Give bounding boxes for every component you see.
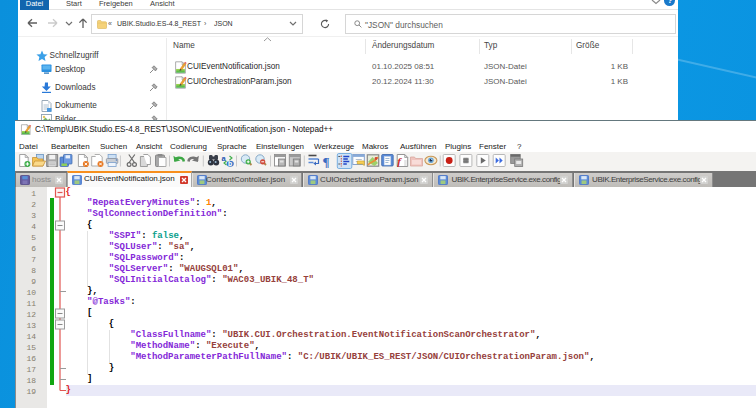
svg-text:b: b — [228, 160, 232, 167]
svg-text:¶: ¶ — [323, 153, 330, 168]
